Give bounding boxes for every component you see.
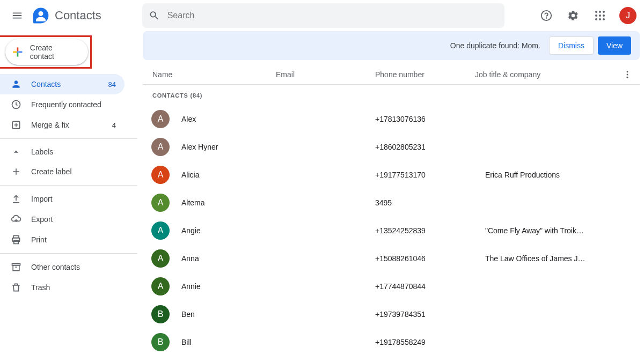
svg-point-24 xyxy=(627,71,628,72)
contact-row[interactable]: BBill+19178558249 xyxy=(143,328,640,356)
divider xyxy=(0,138,137,139)
contact-row[interactable]: AAltema3495 xyxy=(143,189,640,217)
svg-point-2 xyxy=(546,18,547,18)
contact-phone: +15088261046 xyxy=(375,254,485,263)
contact-row[interactable]: AAlex Hyner+18602805231 xyxy=(143,133,640,161)
sidebar-item-merge-fix[interactable]: Merge & fix 4 xyxy=(0,115,125,135)
svg-point-0 xyxy=(39,11,43,16)
create-contact-label: Create contact xyxy=(30,43,78,61)
contact-avatar: A xyxy=(151,166,170,184)
search-icon xyxy=(149,10,160,21)
sidebar-item-label: Contacts xyxy=(31,80,108,88)
contact-job: "Come Fly Away" with Troik… xyxy=(485,226,635,235)
sidebar-labels-toggle[interactable]: Labels xyxy=(0,142,137,161)
svg-rect-13 xyxy=(17,53,18,56)
contact-phone: +13524252839 xyxy=(375,226,485,235)
svg-point-8 xyxy=(603,14,605,17)
svg-point-26 xyxy=(627,76,628,78)
contact-name: Bill xyxy=(181,338,276,346)
contact-name: Alex Hyner xyxy=(181,143,276,151)
account-avatar[interactable]: J xyxy=(619,7,636,24)
apps-button[interactable] xyxy=(589,5,611,26)
contact-avatar: B xyxy=(151,333,170,351)
contact-phone: 3495 xyxy=(375,198,485,207)
menu-button[interactable] xyxy=(6,5,28,26)
contact-phone: +19739784351 xyxy=(375,310,485,319)
contact-row[interactable]: BBen+19739784351 xyxy=(143,300,640,328)
column-job: Job title & company xyxy=(475,70,619,79)
print-icon xyxy=(11,234,21,245)
svg-rect-23 xyxy=(13,265,19,271)
contact-avatar: A xyxy=(151,138,170,156)
contact-avatar: B xyxy=(151,305,170,323)
archive-icon xyxy=(11,262,21,272)
clock-icon xyxy=(11,99,21,110)
sidebar-item-create-label[interactable]: Create label xyxy=(0,161,125,182)
contact-phone: +17813076136 xyxy=(375,115,485,123)
column-menu-button[interactable] xyxy=(619,70,635,79)
contact-name: Alicia xyxy=(181,171,276,179)
dismiss-button[interactable]: Dismiss xyxy=(549,36,594,55)
divider xyxy=(0,253,137,254)
more-vert-icon xyxy=(623,70,632,79)
upload-icon xyxy=(11,194,21,204)
create-contact-button[interactable]: Create contact xyxy=(5,39,88,65)
contact-row[interactable]: AAlex+17813076136 xyxy=(143,105,640,133)
search-input[interactable] xyxy=(167,11,498,20)
contact-name: Altema xyxy=(181,198,276,207)
svg-rect-15 xyxy=(18,51,22,53)
svg-rect-12 xyxy=(17,47,18,51)
contact-avatar: A xyxy=(151,249,170,268)
svg-rect-14 xyxy=(13,51,17,53)
contact-row[interactable]: AAngie+13524252839"Come Fly Away" with T… xyxy=(143,217,640,245)
contact-row[interactable]: AAnnie+17744870844 xyxy=(143,272,640,300)
column-email: Email xyxy=(276,70,375,79)
sidebar-item-import[interactable]: Import xyxy=(0,189,125,209)
contact-row[interactable]: AAnna+15088261046The Law Offices of Jame… xyxy=(143,245,640,272)
contacts-section-label: CONTACTS (84) xyxy=(143,85,640,105)
merge-count: 4 xyxy=(112,121,116,129)
contact-avatar: A xyxy=(151,221,170,240)
contact-row[interactable]: AAlicia+19177513170Erica Ruff Production… xyxy=(143,161,640,189)
banner-message: One duplicate found: Mom. xyxy=(450,41,540,50)
sidebar-item-label: Other contacts xyxy=(31,263,118,271)
sidebar-item-label: Trash xyxy=(31,283,118,292)
merge-icon xyxy=(11,120,21,130)
sidebar-item-other-contacts[interactable]: Other contacts xyxy=(0,257,125,277)
sidebar-item-label: Print xyxy=(31,235,118,244)
contact-phone: +19177513170 xyxy=(375,171,485,179)
svg-point-11 xyxy=(603,18,605,20)
contact-phone: +18602805231 xyxy=(375,143,485,151)
sidebar-item-frequently-contacted[interactable]: Frequently contacted xyxy=(0,94,125,115)
sidebar-item-label: Frequently contacted xyxy=(31,100,118,109)
sidebar-item-export[interactable]: Export xyxy=(0,209,125,230)
search-bar[interactable] xyxy=(142,3,504,28)
person-icon xyxy=(11,79,21,90)
cloud-download-icon xyxy=(11,214,21,225)
labels-header-label: Labels xyxy=(31,147,53,156)
svg-point-9 xyxy=(595,18,597,20)
contact-name: Alex xyxy=(181,115,276,123)
create-contact-highlight: Create contact xyxy=(0,35,92,69)
view-button[interactable]: View xyxy=(598,36,631,55)
contact-job: The Law Offices of James J… xyxy=(485,254,635,263)
duplicate-banner: One duplicate found: Mom. Dismiss View xyxy=(143,31,640,60)
apps-grid-icon xyxy=(595,11,605,20)
sidebar-item-print[interactable]: Print xyxy=(0,230,125,250)
contact-job: Erica Ruff Productions xyxy=(485,171,635,179)
help-icon xyxy=(540,10,552,21)
sidebar-item-trash[interactable]: Trash xyxy=(0,277,125,298)
table-header-row: Name Email Phone number Job title & comp… xyxy=(143,64,640,85)
contact-name: Ben xyxy=(181,310,276,319)
sidebar-item-label: Create label xyxy=(31,167,118,176)
help-button[interactable] xyxy=(536,5,557,26)
settings-button[interactable] xyxy=(562,5,584,26)
svg-point-6 xyxy=(595,14,597,17)
gear-icon xyxy=(567,10,579,21)
trash-icon xyxy=(11,282,21,293)
divider xyxy=(0,185,137,186)
contact-avatar: A xyxy=(151,277,170,295)
sidebar-item-contacts[interactable]: Contacts 84 xyxy=(0,74,125,94)
svg-point-10 xyxy=(599,18,601,20)
svg-point-25 xyxy=(627,73,628,75)
